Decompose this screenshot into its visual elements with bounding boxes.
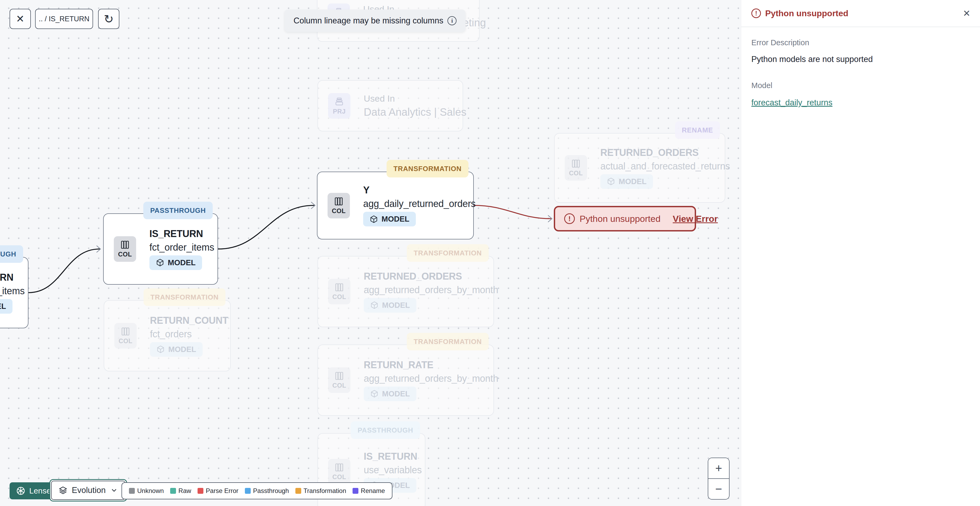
cube-icon — [369, 215, 378, 223]
model-tag: MODEL — [364, 298, 416, 313]
breadcrumb[interactable]: .. / IS_RETURN — [35, 9, 93, 29]
project-chip: PRJ — [328, 93, 350, 119]
legend-item: Rename — [353, 487, 385, 495]
missing-columns-banner: Column lineage may be missing columns i — [285, 10, 466, 32]
legend-swatch-passthrough — [245, 488, 251, 494]
model-name: use_variables — [364, 464, 425, 476]
node-returned-orders-by-month[interactable]: TRANSFORMATION COL RETURNED_ORDERS agg_r… — [317, 256, 494, 327]
error-node-label: Python unsupported — [580, 214, 660, 224]
evolution-label: Evolution — [72, 485, 106, 495]
cube-icon — [156, 345, 165, 354]
rename-badge: RENAME — [675, 121, 720, 139]
column-chip: COL — [565, 155, 587, 180]
error-node-python-unsupported[interactable]: ! Python unsupported View Error — [554, 206, 696, 231]
chip-label: COL — [569, 169, 583, 177]
layers-icon — [59, 486, 68, 495]
minus-icon: − — [715, 482, 722, 496]
chevron-down-icon — [110, 486, 118, 494]
zoom-in-button[interactable]: + — [708, 458, 729, 479]
node-used-in-sales[interactable]: PRJ Used In Data Analytics | Sales — [317, 80, 463, 131]
cube-icon — [370, 389, 379, 398]
chip-label: COL — [332, 207, 346, 215]
column-name: RETURN_COUNT — [150, 315, 230, 326]
alert-icon: ! — [751, 8, 761, 18]
model-name: agg_daily_returned_orders — [363, 198, 473, 209]
model-tag: MODEL — [363, 212, 416, 227]
cube-icon — [607, 177, 615, 186]
evolution-dropdown[interactable]: Evolution — [49, 479, 127, 501]
arrowhead-icon — [311, 202, 315, 209]
chip-label: COL — [332, 293, 346, 301]
plus-icon: + — [715, 461, 722, 475]
columns-icon — [120, 240, 130, 249]
column-name: RETURNED_ORDERS — [364, 271, 493, 282]
arrowhead-icon — [548, 215, 552, 222]
panel-close-button[interactable]: ✕ — [963, 8, 971, 19]
legend-item: Passthrough — [245, 487, 289, 495]
model-name: fct_orders — [150, 329, 230, 340]
model-name: actual_and_forecasted_returns — [600, 161, 725, 172]
legend-label: Passthrough — [253, 487, 289, 495]
legend-label: Rename — [361, 487, 385, 495]
chip-label: PRJ — [333, 108, 346, 115]
legend-swatch-parse-error — [197, 488, 204, 494]
column-name: RETURN_RATE — [364, 359, 493, 370]
columns-icon — [334, 196, 344, 206]
error-description-label: Error Description — [751, 38, 970, 47]
model-tag: MODEL — [0, 299, 13, 314]
legend-item: Unknown — [129, 487, 164, 495]
model-tag-label: MODEL — [382, 301, 410, 310]
close-icon: ✕ — [963, 8, 971, 18]
column-name: Y — [363, 185, 473, 196]
lineage-canvas[interactable]: PRJ Used In Data Analytics | Marketing P… — [0, 0, 741, 506]
legend-label: Raw — [178, 487, 191, 495]
node-returned-orders-rename[interactable]: RENAME COL RETURNED_ORDERS actual_and_fo… — [554, 133, 725, 203]
zoom-out-button[interactable]: − — [708, 479, 729, 499]
chip-label: COL — [332, 382, 346, 389]
column-chip: COL — [328, 193, 350, 219]
model-name: fct_order_items — [0, 286, 28, 297]
panel-title: Python unsupported — [765, 8, 848, 18]
model-name: agg_returned_orders_by_month — [364, 284, 493, 295]
refresh-button[interactable]: ↻ — [98, 9, 119, 29]
node-y-agg-daily-returned-orders[interactable]: TRANSFORMATION COL Y agg_daily_returned_… — [317, 172, 474, 239]
arrowhead-icon — [97, 246, 100, 252]
panel-body: Error Description Python models are not … — [741, 27, 980, 119]
chip-label: COL — [119, 337, 132, 345]
banner-text: Column lineage may be missing columns — [294, 16, 443, 26]
legend-swatch-raw — [170, 488, 176, 494]
node-is-return-partial-left[interactable]: PASSTHROUGH COL IS_RETURN fct_order_item… — [0, 257, 29, 328]
alert-icon: ! — [564, 213, 575, 224]
error-description-text: Python models are not supported — [751, 54, 970, 64]
legend-label: Transformation — [304, 487, 347, 495]
model-link[interactable]: forecast_daily_returns — [751, 98, 832, 107]
model-tag-label: MODEL — [0, 302, 6, 311]
legend-swatch-unknown — [129, 488, 135, 494]
columns-icon — [571, 159, 581, 168]
aperture-icon — [16, 486, 25, 496]
project-stack-icon — [334, 97, 344, 107]
column-chip: COL — [328, 367, 350, 393]
columns-icon — [121, 327, 130, 336]
cube-icon — [370, 301, 379, 310]
column-name: IS_RETURN — [0, 272, 28, 283]
transformation-badge: TRANSFORMATION — [407, 333, 489, 350]
model-name: fct_order_items — [150, 242, 218, 253]
model-label: Model — [751, 81, 970, 90]
passthrough-badge: PASSTHROUGH — [143, 202, 213, 219]
info-icon[interactable]: i — [447, 16, 457, 25]
column-chip: COL — [328, 279, 350, 304]
view-error-link[interactable]: View Error — [673, 214, 718, 224]
column-chip: COL — [328, 459, 350, 484]
edge-partial-to-isreturn — [29, 249, 99, 293]
node-is-return-fct-order-items[interactable]: PASSTHROUGH COL IS_RETURN fct_order_item… — [103, 213, 218, 285]
node-return-count[interactable]: TRANSFORMATION COL RETURN_COUNT fct_orde… — [104, 300, 231, 371]
node-return-rate[interactable]: TRANSFORMATION COL RETURN_RATE agg_retur… — [317, 345, 494, 416]
lineage-app: PRJ Used In Data Analytics | Marketing P… — [0, 0, 980, 506]
close-lineage-button[interactable]: ✕ — [10, 9, 31, 29]
columns-icon — [334, 463, 344, 472]
transformation-badge: TRANSFORMATION — [407, 244, 489, 262]
model-tag-label: MODEL — [619, 177, 647, 186]
close-icon: ✕ — [16, 13, 24, 25]
model-name: agg_returned_orders_by_month — [364, 373, 493, 384]
